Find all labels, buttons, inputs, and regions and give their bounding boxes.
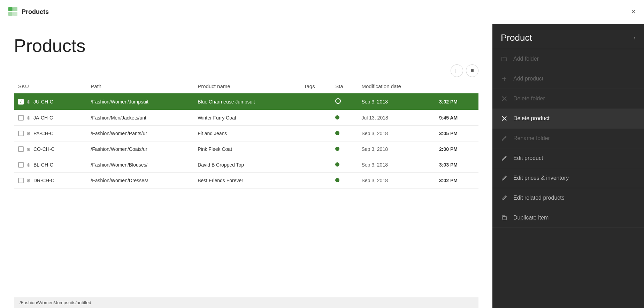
- path-value: /Fashion/Men/Jackets/unt: [91, 115, 146, 121]
- tags-cell: [300, 141, 331, 157]
- menu-item-label: Add folder: [513, 56, 539, 62]
- mod-date-value: Sep 3, 2018: [361, 99, 388, 105]
- svg-rect-1: [13, 7, 17, 11]
- close-button[interactable]: ×: [631, 8, 636, 16]
- menu-item-label: Delete folder: [513, 95, 545, 102]
- sku-value: CO-CH-C: [33, 146, 55, 152]
- date-cell: Sep 3, 2018: [357, 93, 435, 110]
- link-icon: ⊕: [26, 131, 31, 136]
- date-cell: Sep 3, 2018: [357, 141, 435, 157]
- status-dot: [335, 98, 341, 104]
- menu-item-label: Edit product: [513, 155, 543, 161]
- col-status: Sta: [331, 80, 357, 93]
- sku-value: JU-CH-C: [33, 99, 53, 105]
- path-cell: /Fashion/Women/Dresses/: [86, 173, 193, 188]
- menu-item-edit-prices[interactable]: Edit prices & inventory: [492, 168, 644, 188]
- page-title: Products: [14, 35, 478, 56]
- tags-cell: [300, 93, 331, 110]
- menu-item-edit-related[interactable]: Edit related products: [492, 188, 644, 208]
- plus-icon: [501, 75, 508, 82]
- col-sku: SKU: [14, 80, 86, 93]
- table-row[interactable]: ✓ ⊕ JU-CH-C /Fashion/Women/JumpsuitBlue …: [14, 93, 478, 110]
- status-cell: [331, 157, 357, 173]
- pencil-icon: [501, 135, 508, 142]
- menu-item-add-product: Add product: [492, 69, 644, 89]
- context-menu-list: Add folder Add product Delete folder Del…: [492, 49, 644, 308]
- status-cell: [331, 110, 357, 126]
- link-icon: ⊕: [26, 115, 31, 121]
- mod-date-value: Sep 3, 2018: [361, 131, 388, 136]
- col-product-name: Product name: [193, 80, 300, 93]
- menu-item-delete-folder: Delete folder: [492, 89, 644, 109]
- tags-cell: [300, 157, 331, 173]
- menu-item-label: Rename folder: [513, 135, 550, 141]
- menu-button[interactable]: ≡: [466, 64, 478, 77]
- menu-item-label: Edit prices & inventory: [513, 175, 569, 181]
- menu-item-edit-product[interactable]: Edit product: [492, 148, 644, 168]
- right-panel-chevron-icon[interactable]: ›: [634, 34, 636, 41]
- product-name-value: Pink Fleek Coat: [198, 146, 232, 152]
- mod-date-value: Sep 3, 2018: [361, 178, 388, 183]
- col-tags: Tags: [300, 80, 331, 93]
- status-cell: [331, 173, 357, 188]
- link-icon: ⊕: [26, 146, 31, 152]
- status-dot: [335, 147, 339, 151]
- product-name-value: Winter Furry Coat: [198, 115, 236, 121]
- path-cell: /Fashion/Men/Jackets/unt: [86, 110, 193, 126]
- mod-date-value: Sep 3, 2018: [361, 162, 388, 168]
- collapse-button[interactable]: ⊢: [451, 64, 463, 77]
- sku-cell: ⊕ PA-CH-C: [14, 126, 86, 141]
- path-value: /Fashion/Women/Dresses/: [91, 178, 148, 183]
- date-cell: Sep 3, 2018: [357, 157, 435, 173]
- collapse-icon: ⊢: [454, 68, 459, 74]
- tags-cell: [300, 126, 331, 141]
- menu-item-delete-product[interactable]: Delete product: [492, 109, 644, 129]
- table-header-row: SKU Path Product name Tags Sta Modificat…: [14, 80, 478, 93]
- time-cell: 3:02 PM: [435, 173, 478, 188]
- col-mod-date: Modification date: [357, 80, 435, 93]
- row-checkbox[interactable]: [18, 131, 24, 136]
- pencil-icon: [501, 175, 508, 182]
- product-table: SKU Path Product name Tags Sta Modificat…: [14, 80, 478, 188]
- pencil-icon: [501, 155, 508, 162]
- right-panel-header: Product ›: [492, 24, 644, 49]
- path-cell: /Fashion/Women/Blouses/: [86, 157, 193, 173]
- row-checkbox[interactable]: [18, 178, 24, 183]
- menu-icon: ≡: [470, 68, 474, 74]
- table-row[interactable]: ⊕ CO-CH-C /Fashion/Women/Coats/urPink Fl…: [14, 141, 478, 157]
- link-icon: ⊕: [26, 162, 31, 168]
- close-icon: [501, 115, 508, 122]
- menu-item-add-folder: Add folder: [492, 49, 644, 69]
- time-cell: 9:45 AM: [435, 110, 478, 126]
- tags-cell: [300, 173, 331, 188]
- status-dot: [335, 162, 339, 167]
- path-value: /Fashion/Women/Blouses/: [91, 162, 147, 168]
- mod-time-value: 9:45 AM: [439, 115, 458, 121]
- app-logo: [8, 7, 18, 17]
- table-row[interactable]: ⊕ BL-CH-C /Fashion/Women/Blouses/David B…: [14, 157, 478, 173]
- table-row[interactable]: ⊕ PA-CH-C /Fashion/Women/Pants/urFit and…: [14, 126, 478, 141]
- col-path: Path: [86, 80, 193, 93]
- status-bar: /Fashion/Women/Jumpsuits/untitled: [14, 297, 478, 308]
- product-name-value: Best Friends Forever: [198, 178, 243, 183]
- product-name-value: David B Cropped Top: [198, 162, 244, 168]
- product-name-cell: Winter Furry Coat: [193, 110, 300, 126]
- table-row[interactable]: ⊕ JA-CH-C /Fashion/Men/Jackets/untWinter…: [14, 110, 478, 126]
- path-value: /Fashion/Women/Coats/ur: [91, 146, 147, 152]
- menu-item-duplicate[interactable]: Duplicate item: [492, 208, 644, 228]
- app-title: Products: [22, 8, 49, 16]
- date-cell: Sep 3, 2018: [357, 173, 435, 188]
- date-cell: Sep 3, 2018: [357, 126, 435, 141]
- row-checkbox[interactable]: [18, 115, 24, 121]
- path-cell: /Fashion/Women/Pants/ur: [86, 126, 193, 141]
- row-checkbox[interactable]: [18, 162, 24, 168]
- product-name-cell: Best Friends Forever: [193, 173, 300, 188]
- table-row[interactable]: ⊕ DR-CH-C /Fashion/Women/Dresses/Best Fr…: [14, 173, 478, 188]
- row-checkbox[interactable]: [18, 146, 24, 152]
- toolbar: ⊢ ≡: [14, 64, 478, 77]
- tags-cell: [300, 110, 331, 126]
- link-icon: ⊕: [26, 99, 31, 105]
- mod-time-value: 3:03 PM: [439, 162, 458, 168]
- row-checkbox[interactable]: ✓: [18, 99, 24, 105]
- product-name-cell: Blue Charmeuse Jumpsuit: [193, 93, 300, 110]
